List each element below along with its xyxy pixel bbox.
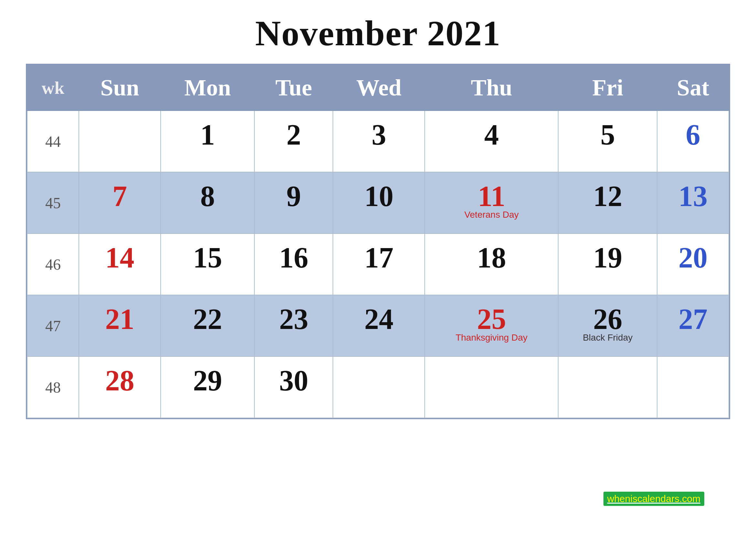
- day-cell: 22: [161, 295, 255, 356]
- day-number: 14: [105, 241, 134, 274]
- week-row-48: 48282930: [27, 356, 729, 418]
- day-number: 6: [686, 119, 700, 151]
- day-number: 13: [678, 180, 708, 212]
- day-cell: 9: [255, 172, 333, 234]
- watermark-text: wheniscalendars.com: [607, 493, 700, 504]
- day-number: 22: [193, 303, 222, 335]
- day-cell: 27: [657, 295, 729, 356]
- day-number: 18: [477, 241, 506, 274]
- day-number: 30: [279, 365, 308, 397]
- day-cell: 11Veterans Day: [425, 172, 558, 234]
- day-cell: [657, 356, 729, 418]
- header-row: wk Sun Mon Tue Wed Thu Fri Sat: [27, 65, 729, 111]
- day-cell: 17: [333, 234, 425, 295]
- day-number: 20: [678, 241, 708, 274]
- day-cell: 3: [333, 111, 425, 172]
- page-wrapper: November 2021 wk Sun Mon Tue Wed Thu Fri…: [26, 13, 730, 522]
- day-number: 29: [193, 365, 222, 397]
- day-number: 7: [113, 180, 127, 212]
- col-header-tue: Tue: [255, 65, 333, 111]
- col-header-wed: Wed: [333, 65, 425, 111]
- day-cell: 10: [333, 172, 425, 234]
- empty-cell: [27, 418, 79, 418]
- col-header-sat: Sat: [657, 65, 729, 111]
- week-number-47: 47: [27, 295, 79, 356]
- day-number: 19: [593, 241, 622, 274]
- day-number: 4: [484, 119, 499, 151]
- day-cell: 5: [558, 111, 657, 172]
- week-number-44: 44: [27, 111, 79, 172]
- week-row-45: 457891011Veterans Day1213: [27, 172, 729, 234]
- empty-cell: [161, 418, 255, 418]
- day-cell: 18: [425, 234, 558, 295]
- day-cell: 6: [657, 111, 729, 172]
- watermark: wheniscalendars.com: [604, 492, 704, 506]
- day-cell: 21: [79, 295, 161, 356]
- day-number: 24: [364, 303, 393, 335]
- day-cell: 7: [79, 172, 161, 234]
- col-header-mon: Mon: [161, 65, 255, 111]
- week-row-44: 44123456: [27, 111, 729, 172]
- day-cell: 29: [161, 356, 255, 418]
- day-cell: 14: [79, 234, 161, 295]
- col-header-fri: Fri: [558, 65, 657, 111]
- day-cell: [425, 356, 558, 418]
- week-number-45: 45: [27, 172, 79, 234]
- col-header-sun: Sun: [79, 65, 161, 111]
- day-cell: 30: [255, 356, 333, 418]
- day-number: 25: [477, 303, 506, 335]
- empty-last-row: [27, 418, 729, 418]
- day-number: 5: [601, 119, 615, 151]
- day-number: 11: [478, 180, 505, 212]
- week-row-46: 4614151617181920: [27, 234, 729, 295]
- day-cell: 24: [333, 295, 425, 356]
- day-cell: 8: [161, 172, 255, 234]
- day-cell: 4: [425, 111, 558, 172]
- day-number: 1: [201, 119, 215, 151]
- empty-cell: [425, 418, 558, 418]
- day-cell: 1: [161, 111, 255, 172]
- empty-cell: [79, 418, 161, 418]
- week-row-47: 472122232425Thanksgiving Day26Black Frid…: [27, 295, 729, 356]
- day-number: 16: [279, 241, 308, 274]
- holiday-label: Thanksgiving Day: [431, 332, 552, 343]
- empty-cell: [657, 418, 729, 418]
- day-number: 23: [279, 303, 308, 335]
- day-number: 17: [364, 241, 393, 274]
- day-number: 9: [286, 180, 301, 212]
- day-number: 15: [193, 241, 222, 274]
- empty-cell: [558, 418, 657, 418]
- day-number: 2: [286, 119, 301, 151]
- week-number-48: 48: [27, 356, 79, 418]
- holiday-label: Veterans Day: [431, 210, 552, 220]
- col-header-wk: wk: [27, 65, 79, 111]
- day-cell: [333, 356, 425, 418]
- day-number: 21: [105, 303, 134, 335]
- col-header-thu: Thu: [425, 65, 558, 111]
- calendar-title: November 2021: [26, 13, 730, 54]
- calendar-table: wk Sun Mon Tue Wed Thu Fri Sat 441234564…: [27, 65, 729, 418]
- day-cell: 12: [558, 172, 657, 234]
- holiday-label: Black Friday: [565, 332, 650, 343]
- calendar-body: 44123456457891011Veterans Day12134614151…: [27, 111, 729, 418]
- day-cell: 26Black Friday: [558, 295, 657, 356]
- day-cell: 16: [255, 234, 333, 295]
- week-number-46: 46: [27, 234, 79, 295]
- day-cell: 23: [255, 295, 333, 356]
- calendar-table-container: wk Sun Mon Tue Wed Thu Fri Sat 441234564…: [26, 64, 730, 419]
- day-number: 8: [201, 180, 215, 212]
- day-cell: 20: [657, 234, 729, 295]
- day-number: 26: [593, 303, 622, 335]
- empty-cell: [333, 418, 425, 418]
- day-cell: 28: [79, 356, 161, 418]
- day-number: 3: [372, 119, 386, 151]
- day-cell: 2: [255, 111, 333, 172]
- day-cell: [79, 111, 161, 172]
- day-number: 10: [364, 180, 393, 212]
- day-number: 27: [678, 303, 708, 335]
- day-cell: 25Thanksgiving Day: [425, 295, 558, 356]
- day-number: 12: [593, 180, 622, 212]
- empty-cell: [255, 418, 333, 418]
- day-cell: 15: [161, 234, 255, 295]
- day-cell: 13: [657, 172, 729, 234]
